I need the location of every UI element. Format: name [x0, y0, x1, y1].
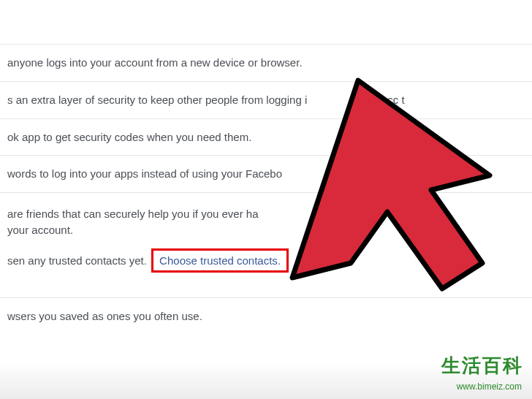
login-approvals-text: s an extra layer of security to keep oth…	[7, 92, 532, 108]
choose-trusted-contacts-link[interactable]: Choose trusted contacts.	[151, 248, 289, 273]
row-login-alerts: anyone logs into your account from a new…	[0, 44, 532, 81]
code-generator-text: ok app to get security codes when you ne…	[7, 129, 532, 145]
trusted-contacts-desc: are friends that can securely help you i…	[7, 206, 532, 238]
row-code-generator: ok app to get security codes when you ne…	[0, 118, 532, 156]
app-passwords-text: words to log into your apps instead of u…	[7, 166, 532, 182]
watermark-url: www.bimeiz.com	[457, 381, 522, 392]
login-alerts-text: anyone logs into your account from a new…	[7, 55, 532, 71]
settings-panel: anyone logs into your account from a new…	[0, 0, 532, 335]
your-browsers-text: wsers you saved as ones you often use.	[7, 308, 532, 324]
row-your-browsers: wsers you saved as ones you often use. E…	[0, 297, 532, 335]
row-app-passwords: words to log into your apps instead of u…	[0, 155, 532, 192]
row-login-approvals: s an extra layer of security to keep oth…	[0, 81, 532, 118]
watermark-logo: 生活百科	[441, 353, 523, 379]
trusted-contacts-status: sen any trusted contacts yet. Choose tru…	[7, 248, 532, 273]
row-trusted-contacts: are friends that can securely help you i…	[0, 192, 532, 290]
